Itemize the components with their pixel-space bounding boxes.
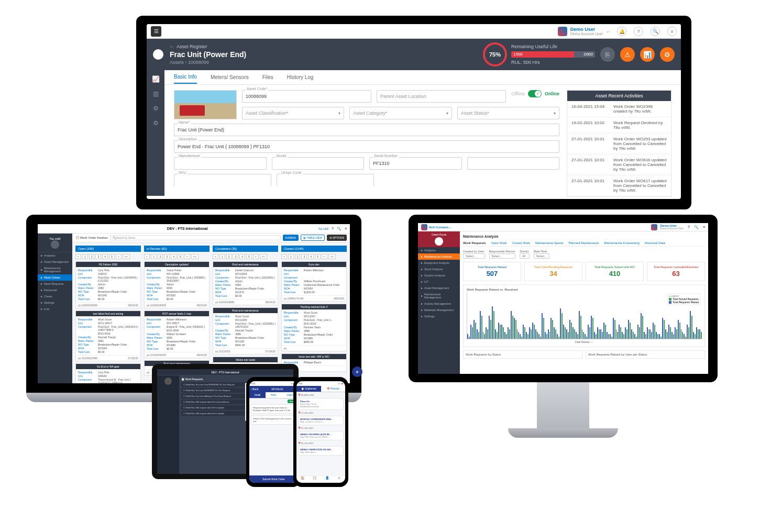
sidebar-item[interactable]: ▸Maintenance Analysis bbox=[418, 253, 460, 260]
submit-button[interactable]: Submit Work Order bbox=[249, 475, 298, 483]
pager-button[interactable]: < bbox=[213, 254, 218, 259]
sidebar-item[interactable]: ▸Asset Management bbox=[418, 285, 460, 291]
filter-responsible[interactable]: Responsible Person:Select... bbox=[489, 250, 516, 259]
sidebar-item[interactable]: ▸Work Orders bbox=[38, 274, 72, 281]
pager-button[interactable]: 3 bbox=[95, 254, 101, 259]
kanban-card[interactable]: RGT sensor faults 1 inspResponsibleRober… bbox=[144, 311, 210, 358]
sidebar-item[interactable]: ▸Settings bbox=[38, 300, 72, 306]
pager-button[interactable]: 4 bbox=[102, 254, 108, 259]
kanban-card[interactable]: No End or WA gearResponsibleCory PinkUni… bbox=[75, 363, 141, 383]
sidebar-item[interactable]: ▸Analytics bbox=[38, 252, 72, 259]
pager-button[interactable]: >> bbox=[123, 254, 130, 259]
sidebar-item[interactable]: ▸Materials Management bbox=[418, 307, 460, 313]
help-icon[interactable]: ? bbox=[332, 227, 334, 230]
kanban-card[interactable]: FE Failure 2020ResponsibleCory PinkUnit1… bbox=[75, 261, 141, 308]
tab-unplanned[interactable]: 📋 Unplanned bbox=[296, 386, 321, 392]
pager-button[interactable]: 4 bbox=[171, 254, 177, 259]
pager-button[interactable]: 3 bbox=[233, 254, 238, 259]
nav-analytics-icon[interactable]: 📈 bbox=[151, 74, 160, 84]
pager-button[interactable]: > bbox=[322, 254, 327, 259]
tab-planned[interactable]: 📅 Planned bbox=[321, 386, 346, 392]
settings-button[interactable]: ⚙ bbox=[660, 47, 675, 62]
sidebar-item[interactable]: ▸Stock Analysis bbox=[418, 266, 460, 272]
sidebar-item[interactable]: ▸Equipment Analysis bbox=[418, 260, 460, 266]
analysis-tab[interactable]: Maintenance Forecasting bbox=[604, 241, 639, 245]
sidebar-item[interactable]: ▸System Analysis bbox=[418, 272, 460, 279]
help-icon[interactable]: ? bbox=[634, 27, 643, 36]
menu-icon[interactable]: ☰ bbox=[151, 26, 161, 37]
pager-button[interactable]: > bbox=[116, 254, 122, 259]
manufacturer-input[interactable]: Manufacturer bbox=[174, 157, 267, 170]
nav-home-icon[interactable]: 🏠 bbox=[296, 476, 309, 483]
analysis-tab[interactable]: Open Work bbox=[491, 241, 507, 245]
pager-button[interactable]: >> bbox=[260, 254, 267, 259]
analysis-tab[interactable]: Closed Work bbox=[512, 241, 530, 245]
sku-input[interactable]: SKU bbox=[174, 174, 271, 186]
pager-button[interactable]: 3 bbox=[301, 254, 307, 259]
user-name[interactable]: Tito vdW bbox=[318, 227, 328, 230]
list-item[interactable]: MONTHLY CONDENSATE DRAI…Rep: Jul 2021, a… bbox=[298, 416, 344, 425]
status-select[interactable]: Asset Status* bbox=[457, 107, 559, 119]
nav-assets-icon[interactable]: ▥ bbox=[151, 89, 160, 98]
pager-button[interactable]: > bbox=[184, 254, 190, 259]
analysis-tab[interactable]: Work Requests bbox=[463, 241, 486, 245]
filter-fleet[interactable]: Fleet Task:Select... bbox=[534, 250, 549, 259]
pager-button[interactable]: 5 bbox=[246, 254, 252, 259]
pager-button[interactable]: 1 bbox=[219, 254, 225, 259]
sidebar-item[interactable]: ▸Analytics bbox=[418, 247, 460, 253]
search-icon[interactable]: 🔍 bbox=[694, 225, 699, 229]
analysis-tab[interactable]: Historical Data bbox=[645, 241, 665, 245]
export-button[interactable]: ⎘ bbox=[600, 47, 615, 62]
more-icon[interactable]: ≡ bbox=[703, 225, 705, 229]
online-toggle[interactable]: Offline Online bbox=[511, 90, 559, 97]
tab-history[interactable]: History Log bbox=[287, 71, 314, 83]
analysis-tab[interactable]: Maintenance Spend bbox=[535, 241, 563, 245]
pager-button[interactable]: 2 bbox=[226, 254, 232, 259]
category-select[interactable]: Asset Category* bbox=[349, 107, 451, 119]
schedule-button[interactable]: 📊 bbox=[640, 47, 655, 62]
kanban-card[interactable]: 8 pm devResponsibleRobert WilkinsonUnitC… bbox=[281, 261, 347, 302]
filter-district[interactable]: District:All bbox=[520, 250, 529, 259]
sidebar-user[interactable]: Tito vdW bbox=[38, 234, 72, 252]
description-input[interactable]: DescriptionPower End - Frac Unit { 10088… bbox=[174, 140, 559, 153]
serial-input[interactable]: Serial NumberPF1310 bbox=[369, 157, 462, 170]
sidebar-item[interactable]: ▸Live bbox=[38, 306, 72, 312]
parent-location-input[interactable]: Parent Asset Location bbox=[377, 90, 506, 103]
filter-created[interactable]: Created by User:Select... bbox=[463, 250, 485, 259]
bell-icon[interactable]: 🔔 bbox=[617, 27, 626, 36]
user-menu[interactable]: Demo User Demo Account User ⌄ bbox=[558, 27, 610, 36]
kanban-card[interactable]: Packing washed hole 4ResponsibleWout Gou… bbox=[281, 304, 347, 351]
search-icon[interactable]: 🔍 bbox=[651, 27, 660, 36]
sidebar-user[interactable]: Orient Poure bbox=[418, 231, 460, 247]
sidebar-item[interactable]: ▸Maintenance Management bbox=[38, 265, 72, 274]
help-icon[interactable]: ? bbox=[688, 225, 690, 229]
search-input[interactable]: 🔍 Search by Name bbox=[110, 235, 281, 240]
nav-gear-icon[interactable]: ⚙ bbox=[333, 476, 345, 483]
nav-user-icon[interactable]: 👤 bbox=[321, 476, 333, 483]
kanban-view-button[interactable]: KANBAN bbox=[283, 235, 299, 241]
pager-button[interactable]: 2 bbox=[89, 254, 95, 259]
pager-button[interactable]: 2 bbox=[158, 254, 163, 259]
breadcrumb[interactable]: ←Asset Register bbox=[170, 44, 246, 49]
pager-button[interactable]: 1 bbox=[151, 254, 157, 259]
tab-parts[interactable]: Parts bbox=[266, 392, 282, 398]
pager-button[interactable]: 4 bbox=[308, 254, 314, 259]
pager-button[interactable]: > bbox=[253, 254, 259, 259]
tab-basic-info[interactable]: Basic Info bbox=[174, 71, 197, 84]
nav-list-icon[interactable]: 📋 bbox=[309, 476, 321, 483]
kanban-card[interactable]: Fluid end maintenanceResponsibleDaniel S… bbox=[213, 261, 278, 305]
more-icon[interactable]: ≡ bbox=[345, 227, 347, 230]
name-input[interactable]: Name*Frac Unit (Power End) bbox=[174, 124, 559, 136]
unspc-input[interactable]: Unspc Code bbox=[277, 174, 374, 186]
list-item[interactable]: Please fixStock Rep • 8 hrs04/09/2020 at… bbox=[298, 398, 344, 410]
search-icon[interactable]: 🔍 bbox=[337, 227, 342, 231]
options-button[interactable]: ⚙ OPTIONS bbox=[327, 235, 347, 241]
tab-meters[interactable]: Meters/ Sensors bbox=[211, 71, 249, 83]
user-menu[interactable]: Demo UserDemo Account User bbox=[651, 224, 684, 230]
model-input[interactable]: Model bbox=[272, 157, 365, 170]
kanban-card[interactable]: test failed fluid end testingResponsible… bbox=[75, 311, 141, 361]
pager-button[interactable]: < bbox=[75, 254, 81, 259]
sidebar-item[interactable]: ▸Personnel bbox=[38, 287, 72, 293]
kanban-card[interactable]: Fluid end maintenanceResponsibleWout Gou… bbox=[213, 307, 278, 354]
pager-button[interactable]: < bbox=[281, 254, 287, 259]
